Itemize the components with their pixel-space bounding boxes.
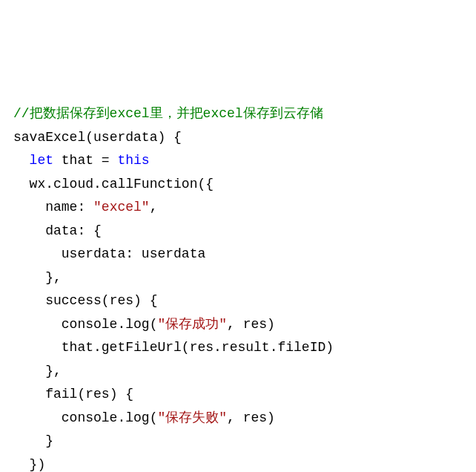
console-log: console.log(	[62, 410, 158, 425]
code-line: })	[13, 457, 45, 472]
comment-text: //把数据保存到excel里，并把excel保存到云存储	[13, 106, 323, 121]
keyword-let: let	[30, 153, 53, 168]
brace-close: },	[45, 270, 62, 285]
log-args: , res)	[227, 410, 275, 425]
code-line: success(res) {	[13, 293, 157, 308]
method-getfileurl: that.getFileUrl(res.result.fileID)	[62, 340, 334, 355]
keyword-this: this	[117, 153, 149, 168]
property-data: data: {	[45, 223, 102, 238]
code-line: data: {	[13, 223, 102, 238]
function-name: savaExcel	[13, 130, 85, 145]
code-line: that.getFileUrl(res.result.fileID)	[13, 340, 334, 355]
property-userdata: userdata: userdata	[62, 246, 205, 261]
code-line: wx.cloud.callFunction({	[13, 177, 214, 191]
log-args: , res)	[227, 317, 275, 332]
brace-close: },	[45, 364, 62, 378]
string-literal: "excel"	[93, 200, 150, 214]
method-call: wx.cloud.callFunction({	[30, 177, 214, 191]
console-log: console.log(	[62, 317, 158, 332]
code-line: userdata: userdata	[13, 246, 205, 261]
string-literal: "保存成功"	[157, 317, 227, 332]
code-line: let that = this	[13, 153, 150, 168]
code-line: console.log("保存成功", res)	[13, 317, 275, 332]
property-name: name:	[45, 200, 93, 214]
code-editor: //把数据保存到excel里，并把excel保存到云存储 savaExcel(u…	[13, 102, 463, 472]
paren-close: })	[30, 457, 46, 472]
code-line: console.log("保存失败", res)	[13, 410, 275, 425]
code-line: },	[13, 364, 62, 378]
code-line: },	[13, 270, 62, 285]
parameter: userdata	[93, 130, 157, 145]
string-literal: "保存失败"	[157, 410, 227, 425]
brace-close: }	[45, 433, 53, 448]
callback-success: success(res) {	[45, 293, 157, 308]
code-line: }	[13, 433, 53, 448]
code-line: fail(res) {	[13, 387, 133, 401]
variable-decl: that =	[53, 153, 117, 168]
callback-fail: fail(res) {	[45, 387, 133, 401]
code-line: savaExcel(userdata) {	[13, 130, 182, 145]
code-line: //把数据保存到excel里，并把excel保存到云存储	[13, 106, 323, 121]
code-line: name: "excel",	[13, 200, 157, 214]
